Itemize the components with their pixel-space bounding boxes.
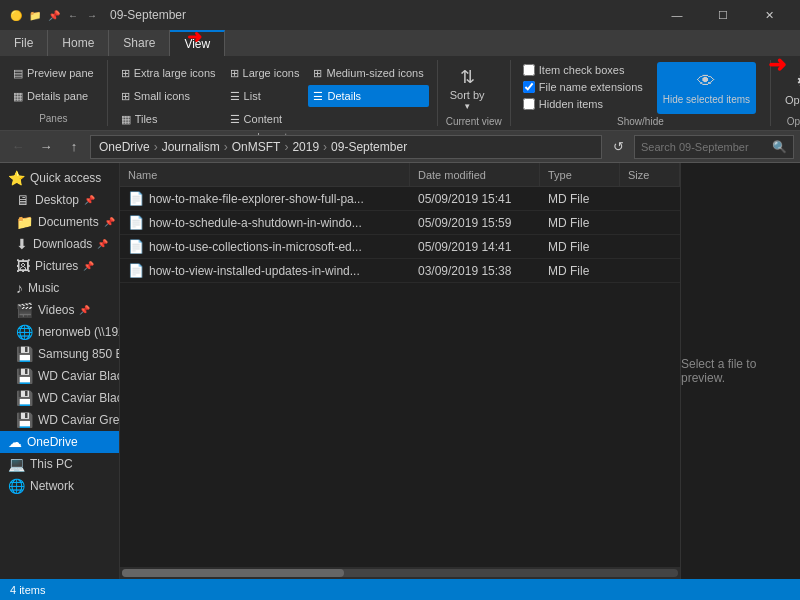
tab-file[interactable]: File: [0, 30, 48, 56]
search-box[interactable]: 🔍: [634, 135, 794, 159]
close-button[interactable]: ✕: [746, 0, 792, 30]
breadcrumb-sep-3: ›: [284, 140, 288, 154]
column-header-name[interactable]: Name: [120, 163, 410, 186]
onedrive-icon: ☁: [8, 434, 22, 450]
file-type-2: MD File: [540, 216, 620, 230]
breadcrumb-2019[interactable]: 2019: [292, 140, 319, 154]
table-row[interactable]: 📄 how-to-view-installed-updates-in-wind.…: [120, 259, 680, 283]
sidebar-label-onedrive: OneDrive: [27, 435, 78, 449]
h-scrollbar-track[interactable]: [122, 569, 678, 577]
file-date-1: 05/09/2019 15:41: [410, 192, 540, 206]
sidebar-item-wd-black[interactable]: 💾 WD Caviar Black 📌: [0, 365, 119, 387]
forward-icon-title[interactable]: →: [84, 7, 100, 23]
sidebar-item-heronweb[interactable]: 🌐 heronweb (\\192 📌: [0, 321, 119, 343]
preview-pane-icon: ▤: [13, 67, 23, 80]
back-button[interactable]: ←: [6, 135, 30, 159]
pictures-pin-icon: 📌: [83, 261, 94, 271]
large-icons-button[interactable]: ⊞ Large icons: [225, 62, 305, 84]
item-checkboxes-checkbox[interactable]: [523, 64, 535, 76]
network-icon: 🌐: [8, 478, 25, 494]
hidden-items-checkbox[interactable]: [523, 98, 535, 110]
breadcrumb-current[interactable]: 09-September: [331, 140, 407, 154]
sidebar-label-wd-black2: WD Caviar Black: [38, 391, 120, 405]
file-extensions-checkbox[interactable]: [523, 81, 535, 93]
content-button[interactable]: ☰ Content: [225, 108, 305, 130]
sidebar-item-documents[interactable]: 📁 Documents 📌: [0, 211, 119, 233]
table-row[interactable]: 📄 how-to-make-file-explorer-show-full-pa…: [120, 187, 680, 211]
horizontal-scrollbar[interactable]: [120, 567, 680, 579]
table-row[interactable]: 📄 how-to-schedule-a-shutdown-in-windo...…: [120, 211, 680, 235]
sidebar-item-this-pc[interactable]: 💻 This PC: [0, 453, 119, 475]
tab-view[interactable]: View: [170, 30, 225, 56]
ribbon-group-options: ⚙ Options Options: [771, 60, 800, 126]
minimize-button[interactable]: —: [654, 0, 700, 30]
tiles-button[interactable]: ▦ Tiles: [116, 108, 221, 130]
item-checkboxes-toggle[interactable]: Item check boxes: [519, 62, 647, 78]
sidebar-item-wd-greer[interactable]: 💾 WD Caviar Greer 📌: [0, 409, 119, 431]
sidebar-item-pictures[interactable]: 🖼 Pictures 📌: [0, 255, 119, 277]
details-pane-button[interactable]: ▦ Details pane: [8, 85, 99, 107]
breadcrumb-onmsft[interactable]: OnMSFT: [232, 140, 281, 154]
preview-empty-text: Select a file to preview.: [681, 357, 800, 385]
maximize-button[interactable]: ☐: [700, 0, 746, 30]
table-row[interactable]: 📄 how-to-use-collections-in-microsoft-ed…: [120, 235, 680, 259]
downloads-icon: ⬇: [16, 236, 28, 252]
sidebar-item-quick-access[interactable]: ⭐ Quick access: [0, 167, 119, 189]
small-icon: ⊞: [121, 90, 130, 103]
hide-selected-button[interactable]: 👁 Hide selected items: [657, 62, 756, 114]
sidebar-item-downloads[interactable]: ⬇ Downloads 📌: [0, 233, 119, 255]
file-icon-1: 📄: [128, 191, 144, 206]
small-icons-button[interactable]: ⊞ Small icons: [116, 85, 221, 107]
options-icon: ⚙: [796, 70, 800, 92]
quick-access-icon: 📌: [46, 7, 62, 23]
forward-button[interactable]: →: [34, 135, 58, 159]
sidebar-item-samsung[interactable]: 💾 Samsung 850 EV 📌: [0, 343, 119, 365]
title-bar: 🟡 📁 📌 ← → 09-September — ☐ ✕: [0, 0, 800, 30]
hidden-items-toggle[interactable]: Hidden items: [519, 96, 647, 112]
up-button[interactable]: ↑: [62, 135, 86, 159]
column-header-date[interactable]: Date modified: [410, 163, 540, 186]
quick-access-icon: ⭐: [8, 170, 25, 186]
options-button[interactable]: ⚙ Options: [779, 62, 800, 114]
sidebar-item-desktop[interactable]: 🖥 Desktop 📌: [0, 189, 119, 211]
column-header-size[interactable]: Size: [620, 163, 680, 186]
breadcrumb-onedrive[interactable]: OneDrive: [99, 140, 150, 154]
file-date-2: 05/09/2019 15:59: [410, 216, 540, 230]
sidebar-item-videos[interactable]: 🎬 Videos 📌: [0, 299, 119, 321]
medium-icon: ⊞: [313, 67, 322, 80]
back-icon-title[interactable]: ←: [65, 7, 81, 23]
search-input[interactable]: [641, 141, 768, 153]
sidebar-item-onedrive[interactable]: ☁ OneDrive: [0, 431, 119, 453]
sidebar: ⭐ Quick access 🖥 Desktop 📌 📁 Documents 📌…: [0, 163, 120, 579]
breadcrumb[interactable]: OneDrive › Journalism › OnMSFT › 2019 › …: [90, 135, 602, 159]
refresh-button[interactable]: ↺: [606, 135, 630, 159]
videos-pin-icon: 📌: [79, 305, 90, 315]
extra-large-icons-button[interactable]: ⊞ Extra large icons: [116, 62, 221, 84]
hide-selected-icon: 👁: [697, 71, 715, 92]
medium-icons-button[interactable]: ⊞ Medium-sized icons: [308, 62, 428, 84]
file-type-1: MD File: [540, 192, 620, 206]
file-area: Name Date modified Type Size 📄 how-to-ma…: [120, 163, 680, 579]
tab-home[interactable]: Home: [48, 30, 109, 56]
sort-by-button[interactable]: ⇅ Sort by ▼: [446, 62, 489, 114]
list-button[interactable]: ☰ List: [225, 85, 305, 107]
tab-share[interactable]: Share: [109, 30, 170, 56]
sidebar-item-wd-black2[interactable]: 💾 WD Caviar Black 📌: [0, 387, 119, 409]
column-header-type[interactable]: Type: [540, 163, 620, 186]
sidebar-label-samsung: Samsung 850 EV: [38, 347, 120, 361]
preview-pane-button[interactable]: ▤ Preview pane: [8, 62, 99, 84]
breadcrumb-journalism[interactable]: Journalism: [162, 140, 220, 154]
details-pane-icon: ▦: [13, 90, 23, 103]
h-scrollbar-thumb[interactable]: [122, 569, 344, 577]
details-button[interactable]: ☰ Details: [308, 85, 428, 107]
file-extensions-toggle[interactable]: File name extensions: [519, 79, 647, 95]
file-type-3: MD File: [540, 240, 620, 254]
large-icon: ⊞: [230, 67, 239, 80]
samsung-icon: 💾: [16, 346, 33, 362]
sidebar-item-music[interactable]: ♪ Music: [0, 277, 119, 299]
current-view-label: Current view: [446, 116, 502, 127]
sidebar-item-network[interactable]: 🌐 Network: [0, 475, 119, 497]
wd-greer-icon: 💾: [16, 412, 33, 428]
file-date-4: 03/09/2019 15:38: [410, 264, 540, 278]
sidebar-label-this-pc: This PC: [30, 457, 73, 471]
